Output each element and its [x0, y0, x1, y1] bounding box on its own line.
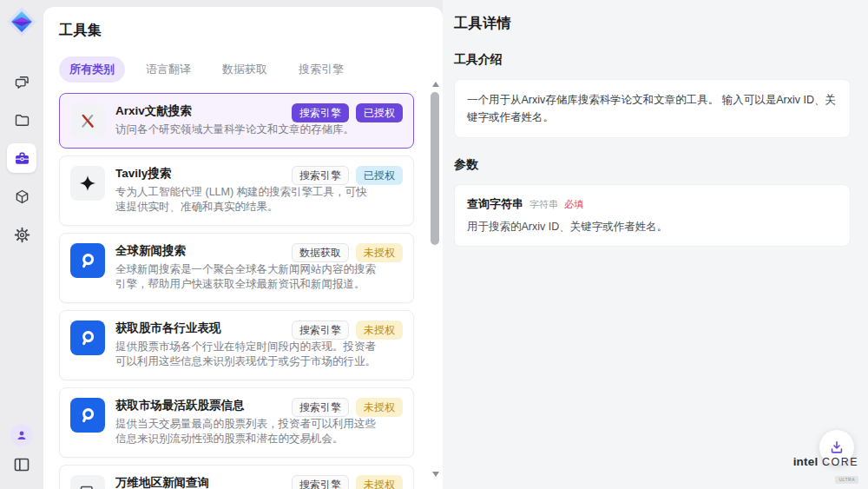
brand-intel: intel: [793, 455, 819, 468]
tool-list: Arxiv文献搜索 访问各个研究领域大量科学论文和文章的存储库。 搜索引擎 已授…: [59, 93, 414, 489]
news-search-icon: [70, 398, 105, 433]
tool-card-tavily[interactable]: Tavily搜索 专为人工智能代理 (LLM) 构建的搜索引擎工具，可快速提供实…: [59, 155, 414, 226]
tool-card-global-news[interactable]: 全球新闻搜索 全球新闻搜索是一个聚合全球各大新闻网站内容的搜索引擎，帮助用户快速…: [59, 233, 414, 303]
param-description: 用于搜索的Arxiv ID、关键字或作者姓名。: [467, 220, 838, 235]
arxiv-icon: [70, 103, 105, 138]
app-logo: [6, 6, 37, 37]
category-badge: 搜索引擎: [292, 398, 349, 417]
auth-status-badge[interactable]: 未授权: [356, 398, 403, 417]
page-title: 工具集: [59, 22, 414, 40]
tool-card-arxiv[interactable]: Arxiv文献搜索 访问各个研究领域大量科学论文和文章的存储库。 搜索引擎 已授…: [59, 93, 414, 149]
scrollbar-thumb[interactable]: [431, 92, 439, 245]
tool-card-regional-news[interactable]: 万维地区新闻查询 查询具体行政区划内的新闻，快速了解各地新闻动 搜索引擎 未授权: [59, 465, 414, 489]
intro-heading: 工具介绍: [454, 52, 851, 68]
user-avatar[interactable]: [10, 424, 33, 446]
chat-icon: [13, 73, 31, 91]
scrollbar-up-arrow[interactable]: [432, 82, 439, 87]
category-badge: 搜索引擎: [292, 103, 349, 122]
intel-core-logo: intel CORE ultra: [793, 453, 858, 485]
param-required-flag: 必填: [564, 198, 583, 211]
sidebar-nav: [7, 67, 36, 249]
collapse-panel-icon: [11, 454, 32, 475]
sparkle-icon: [70, 166, 105, 201]
tab-translation[interactable]: 语言翻译: [135, 56, 201, 83]
auth-status-badge[interactable]: 未授权: [356, 475, 403, 489]
intro-card: 一个用于从Arxiv存储库搜索科学论文和文章的工具。 输入可以是Arxiv ID…: [454, 79, 851, 138]
tool-description: 访问各个研究领域大量科学论文和文章的存储库。: [115, 122, 378, 138]
toolbox-icon: [13, 149, 31, 168]
sidebar-item-chat[interactable]: [7, 67, 36, 96]
auth-status-badge[interactable]: 已授权: [356, 103, 403, 122]
collapse-panel-button[interactable]: [11, 454, 32, 475]
tool-description: 提供股票市场各个行业在特定时间段内的表现。投资者可以利用这些信息来识别表现优于或…: [115, 340, 378, 371]
tab-data-fetch[interactable]: 数据获取: [212, 56, 278, 83]
news-search-icon: [70, 320, 105, 355]
app-window: 工具集 所有类别 语言翻译 数据获取 搜索引擎 Arxiv文献搜索 访问各个研究…: [0, 0, 868, 489]
scrollbar-down-arrow[interactable]: [432, 472, 439, 477]
params-heading: 参数: [454, 157, 851, 173]
category-badge: 搜索引擎: [292, 475, 349, 489]
param-type: 字符串: [529, 198, 558, 211]
category-badge: 搜索引擎: [292, 320, 349, 340]
tool-description: 全球新闻搜索是一个聚合全球各大新闻网站内容的搜索引擎，帮助用户快速获取全球最新资…: [115, 262, 378, 294]
category-badge: 搜索引擎: [292, 166, 349, 185]
intel-core-badge: ultra: [835, 476, 858, 484]
tool-detail-panel: 工具详情 工具介绍 一个用于从Arxiv存储库搜索科学论文和文章的工具。 输入可…: [443, 0, 868, 489]
sidebar-item-models[interactable]: [7, 182, 36, 211]
settings-icon: [13, 226, 31, 244]
param-name: 查询字符串: [467, 196, 523, 212]
brand-core: CORE: [822, 456, 858, 468]
sidebar-item-toolbox[interactable]: [7, 143, 36, 173]
tool-card-active-stocks[interactable]: 获取市场最活跃股票信息 提供当天交易量最高的股票列表，投资者可以利用这些信息来识…: [59, 387, 414, 458]
detail-title: 工具详情: [454, 15, 851, 33]
category-badge: 数据获取: [292, 243, 349, 262]
folder-icon: [13, 111, 31, 129]
category-tabs: 所有类别 语言翻译 数据获取 搜索引擎: [59, 56, 414, 83]
news-search-icon: [70, 243, 105, 278]
sidebar-item-files[interactable]: [7, 105, 36, 135]
auth-status-badge[interactable]: 已授权: [356, 166, 403, 185]
param-card: 查询字符串 字符串 必填 用于搜索的Arxiv ID、关键字或作者姓名。: [454, 184, 851, 247]
newspaper-icon: [70, 475, 105, 489]
user-icon: [15, 428, 29, 442]
cube-icon: [13, 188, 31, 206]
list-scrollbar: [431, 80, 440, 479]
tab-search-engine[interactable]: 搜索引擎: [288, 56, 354, 83]
auth-status-badge[interactable]: 未授权: [356, 320, 403, 340]
tool-description: 专为人工智能代理 (LLM) 构建的搜索引擎工具，可快速提供实时、准确和真实的结…: [115, 185, 378, 216]
sidebar-item-settings[interactable]: [7, 220, 36, 249]
tool-card-sector-performance[interactable]: 获取股市各行业表现 提供股票市场各个行业在特定时间段内的表现。投资者可以利用这些…: [59, 310, 414, 380]
auth-status-badge[interactable]: 未授权: [356, 243, 403, 262]
tool-description: 提供当天交易量最高的股票列表，投资者可以利用这些信息来识别流动性强的股票和潜在的…: [115, 417, 378, 448]
intro-text: 一个用于从Arxiv存储库搜索科学论文和文章的工具。 输入可以是Arxiv ID…: [467, 91, 838, 126]
left-sidebar: [0, 0, 43, 489]
toolset-panel: 工具集 所有类别 语言翻译 数据获取 搜索引擎 Arxiv文献搜索 访问各个研究…: [43, 7, 443, 489]
sidebar-bottom: [10, 424, 33, 475]
tab-all-categories[interactable]: 所有类别: [59, 56, 125, 83]
